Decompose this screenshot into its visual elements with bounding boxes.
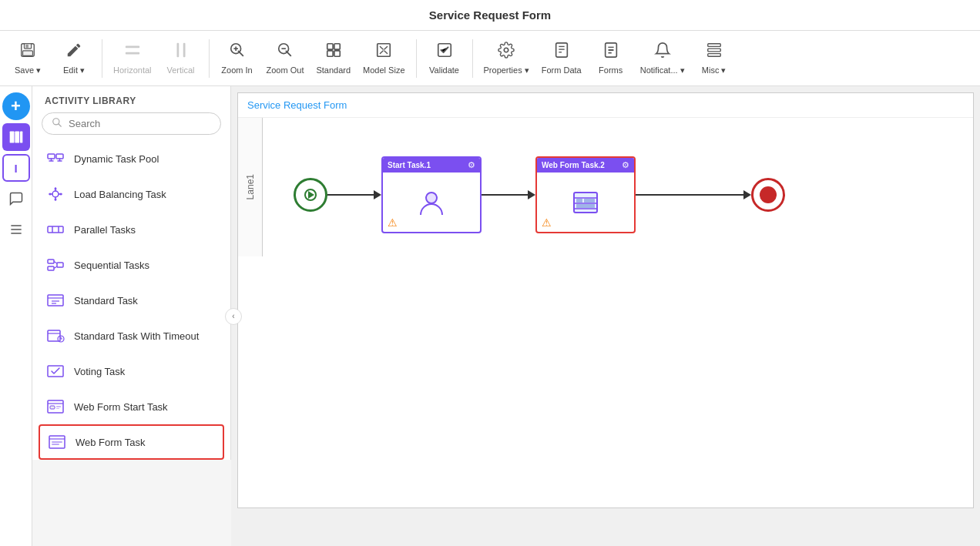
misc-button[interactable]: Misc ▾ xyxy=(693,35,736,82)
edit-label: Edit ▾ xyxy=(63,65,85,75)
horizontal-icon xyxy=(124,42,141,62)
svg-rect-34 xyxy=(15,132,19,143)
zoom-out-icon xyxy=(277,42,294,62)
svg-point-45 xyxy=(55,199,57,201)
edit-icon xyxy=(65,42,82,62)
start-task-box[interactable]: Start Task.1 ⚙ ⚠ xyxy=(381,156,482,233)
svg-rect-7 xyxy=(183,43,185,57)
model-size-button[interactable]: Model Size xyxy=(358,35,409,82)
web-form-task-warning-icon: ⚠ xyxy=(542,216,552,229)
validate-button[interactable]: Validate xyxy=(423,35,466,82)
svg-rect-15 xyxy=(327,44,333,49)
zoom-in-button[interactable]: Zoom In xyxy=(216,35,259,82)
lane-label: Lane1 xyxy=(238,118,263,256)
horizontal-button[interactable]: Horizontal xyxy=(109,35,156,82)
svg-rect-51 xyxy=(48,260,54,263)
add-button[interactable]: + xyxy=(2,92,30,120)
misc-icon xyxy=(706,42,723,62)
zoom-out-label: Zoom Out xyxy=(267,65,304,75)
svg-point-75 xyxy=(426,193,437,203)
search-input[interactable] xyxy=(69,118,211,129)
web-form-task-box[interactable]: Web Form Task.2 ⚙ xyxy=(535,156,636,233)
svg-line-9 xyxy=(238,51,243,55)
model-size-icon xyxy=(375,42,392,62)
start-event-inner xyxy=(304,189,317,201)
list-item-label: Sequential Tasks xyxy=(74,260,149,271)
svg-rect-22 xyxy=(555,43,567,57)
end-event-inner xyxy=(760,186,777,203)
list-item-label: Load Balancing Task xyxy=(74,189,166,200)
svg-rect-2 xyxy=(25,44,29,48)
vertical-icon xyxy=(173,42,190,62)
start-task-warning-icon: ⚠ xyxy=(388,216,398,229)
list-item-label: Parallel Tasks xyxy=(74,224,136,236)
arrow-2 xyxy=(482,190,535,199)
svg-rect-5 xyxy=(126,52,139,55)
vertical-button[interactable]: Vertical xyxy=(159,35,203,82)
web-form-task-gear-icon[interactable]: ⚙ xyxy=(622,160,629,170)
dynamic-task-pool-icon xyxy=(45,148,66,169)
save-button[interactable]: Save ▾ xyxy=(6,35,49,82)
collapse-panel-button[interactable]: ‹ xyxy=(225,308,242,325)
zoom-in-icon xyxy=(229,42,246,62)
forms-button[interactable]: Forms xyxy=(589,35,633,82)
list-item[interactable]: Load Balancing Task xyxy=(32,176,230,212)
start-event[interactable] xyxy=(294,178,327,212)
svg-rect-18 xyxy=(334,51,340,56)
standard-button[interactable]: Standard xyxy=(311,35,355,82)
activity-search-box[interactable] xyxy=(42,112,221,135)
model-size-label: Model Size xyxy=(363,65,404,75)
list-item-label: Standard Task xyxy=(74,295,138,306)
toolbar-divider-1 xyxy=(102,39,102,78)
lane-label-text: Lane1 xyxy=(245,174,256,199)
misc-label: Misc ▾ xyxy=(702,65,727,75)
svg-rect-52 xyxy=(48,266,54,270)
list-item[interactable]: Sequential Tasks xyxy=(32,247,230,283)
forms-icon xyxy=(602,42,619,62)
list-item-label: Voting Task xyxy=(74,366,125,377)
library-icon-button[interactable] xyxy=(2,123,30,151)
start-task-gear-icon[interactable]: ⚙ xyxy=(468,160,475,170)
svg-rect-32 xyxy=(707,53,720,56)
svg-rect-19 xyxy=(378,44,391,57)
list-item[interactable]: Web Form Start Task xyxy=(32,389,230,424)
topbar: Service Request Form xyxy=(0,0,980,31)
properties-icon xyxy=(498,42,515,62)
person-icon xyxy=(416,187,447,218)
svg-rect-17 xyxy=(327,51,333,56)
toolbar-divider-4 xyxy=(472,39,473,78)
canvas-inner: Service Request Form Lane1 xyxy=(237,92,974,508)
end-event[interactable] xyxy=(751,178,785,212)
list-item[interactable]: Standard Task With Timeout xyxy=(32,318,230,353)
notifications-button[interactable]: Notificat... ▾ xyxy=(636,35,690,82)
svg-line-40 xyxy=(59,124,62,127)
web-form-start-task-icon xyxy=(45,396,66,417)
svg-rect-3 xyxy=(23,50,33,55)
list-item[interactable]: Voting Task xyxy=(32,353,230,389)
edit-button[interactable]: Edit ▾ xyxy=(52,35,96,82)
list-item[interactable]: Dynamic Task Pool xyxy=(32,141,230,176)
chat-icon-button[interactable] xyxy=(2,185,30,213)
web-form-task-header: Web Form Task.2 ⚙ xyxy=(537,158,634,173)
canvas-area[interactable]: Service Request Form Lane1 xyxy=(231,86,980,546)
list-icon-button[interactable] xyxy=(2,216,30,243)
canvas-flow: Lane1 xyxy=(238,118,973,487)
zoom-out-button[interactable]: Zoom Out xyxy=(262,35,309,82)
list-item[interactable]: Standard Task xyxy=(32,283,230,318)
web-form-task-list-item[interactable]: Web Form Task xyxy=(39,424,224,460)
web-form-task-icon xyxy=(46,431,68,453)
svg-rect-48 xyxy=(48,226,63,233)
form-data-button[interactable]: Form Data xyxy=(537,35,586,82)
svg-rect-4 xyxy=(126,46,139,49)
list-item[interactable]: Parallel Tasks xyxy=(32,212,230,247)
svg-rect-80 xyxy=(576,199,582,203)
save-label: Save ▾ xyxy=(15,65,41,75)
lane-content: Start Task.1 ⚙ ⚠ xyxy=(263,118,973,272)
standard-icon xyxy=(325,42,342,62)
start-task-header: Start Task.1 ⚙ xyxy=(383,158,480,173)
form-data-icon xyxy=(553,42,570,62)
properties-button[interactable]: Properties ▾ xyxy=(479,35,534,82)
svg-rect-69 xyxy=(56,406,61,407)
inspector-icon-button[interactable]: I xyxy=(2,154,30,182)
svg-rect-41 xyxy=(48,154,55,159)
